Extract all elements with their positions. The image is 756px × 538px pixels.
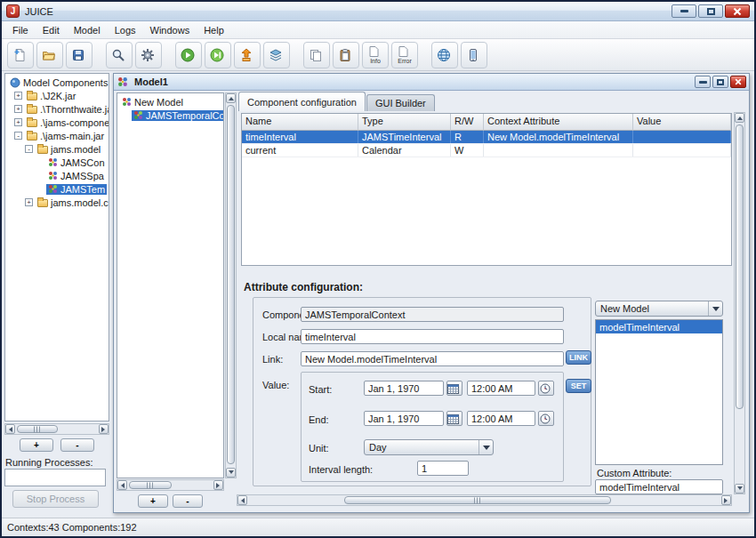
menu-model[interactable]: Model xyxy=(67,22,108,38)
scroll-up-button[interactable] xyxy=(226,93,236,103)
table-row-timeinterval[interactable]: timeInterval JAMSTimeInterval R New Mode… xyxy=(242,131,731,144)
tree-item-jamsspa[interactable]: JAMSSpa xyxy=(5,169,109,182)
tree-root-model-components[interactable]: Model Components xyxy=(5,76,109,89)
scroll-right-button[interactable] xyxy=(99,424,109,434)
model-tree-hscrollbar[interactable] xyxy=(117,479,224,491)
column-header-context-attribute[interactable]: Context Attribute xyxy=(484,114,633,131)
scroll-left-button[interactable] xyxy=(117,480,127,490)
scroll-up-button[interactable] xyxy=(735,113,744,123)
scroll-down-button[interactable] xyxy=(226,468,236,478)
tree-item-thornthwaite-jar[interactable]: + .\Thornthwaite.ja xyxy=(5,102,109,116)
model-add-button[interactable]: + xyxy=(138,494,168,508)
expand-handle-icon[interactable]: + xyxy=(14,92,22,100)
context-combobox[interactable]: New Model xyxy=(595,301,723,317)
column-header-type[interactable]: Type xyxy=(358,114,451,131)
stop-process-button[interactable]: Stop Process xyxy=(12,490,99,508)
toolbar-web-button[interactable] xyxy=(431,42,458,68)
toolbar-error-button[interactable]: Error xyxy=(391,42,418,68)
menu-file[interactable]: File xyxy=(5,22,36,38)
tree-item-new-model[interactable]: New Model xyxy=(117,95,223,108)
end-time-field[interactable] xyxy=(467,411,535,426)
running-processes-list[interactable] xyxy=(4,469,106,486)
toolbar-run-step-button[interactable] xyxy=(205,42,231,68)
start-calendar-button[interactable] xyxy=(446,381,462,396)
tab-component-configuration[interactable]: Component configuration xyxy=(238,92,366,111)
column-header-value[interactable]: Value xyxy=(633,114,731,131)
local-name-field[interactable] xyxy=(301,329,564,344)
unit-combobox[interactable]: Day xyxy=(364,439,494,455)
scrollbar-thumb[interactable] xyxy=(736,124,744,409)
toolbar-info-button[interactable]: Info xyxy=(362,42,389,68)
tree-item-jams-model-c[interactable]: + jams.model.c xyxy=(5,196,109,209)
scroll-right-button[interactable] xyxy=(721,495,731,505)
scrollbar-thumb[interactable] xyxy=(344,496,611,504)
close-button[interactable] xyxy=(725,4,750,18)
maximize-button[interactable] xyxy=(698,4,723,18)
start-time-field[interactable] xyxy=(467,381,535,396)
list-item-modeltimeinterval[interactable]: modelTimeInterval xyxy=(596,320,722,333)
toolbar-model-button[interactable] xyxy=(263,42,290,68)
model-remove-button[interactable]: - xyxy=(173,494,203,508)
model1-titlebar[interactable]: Model1 xyxy=(114,74,749,91)
tree-item-j2k-jar[interactable]: + .\J2K.jar xyxy=(5,89,109,102)
scroll-down-button[interactable] xyxy=(735,484,744,494)
column-header-name[interactable]: Name xyxy=(242,114,358,131)
config-vscrollbar[interactable] xyxy=(734,112,745,494)
toolbar-new-button[interactable] xyxy=(7,42,34,68)
scrollbar-thumb[interactable] xyxy=(227,105,235,464)
tree-item-jams-main-jar[interactable]: - .\jams-main.jar xyxy=(5,129,109,142)
collapse-handle-icon[interactable]: - xyxy=(25,145,33,153)
menu-logs[interactable]: Logs xyxy=(108,22,143,38)
config-hscrollbar[interactable] xyxy=(237,494,732,506)
frame-maximize-button[interactable] xyxy=(712,76,728,88)
menu-windows[interactable]: Windows xyxy=(143,22,197,38)
start-date-field[interactable] xyxy=(364,381,444,396)
set-button[interactable]: SET xyxy=(566,379,591,393)
toolbar-open-button[interactable] xyxy=(36,42,63,68)
component-remove-button[interactable]: - xyxy=(60,438,94,452)
scrollbar-thumb[interactable] xyxy=(129,481,172,489)
start-clock-button[interactable] xyxy=(538,381,554,396)
toolbar-save-button[interactable] xyxy=(66,42,92,68)
menu-edit[interactable]: Edit xyxy=(36,22,67,38)
minimize-button[interactable] xyxy=(672,4,696,18)
table-row-current[interactable]: current Calendar W xyxy=(242,144,731,157)
custom-attribute-field[interactable] xyxy=(595,479,723,494)
toolbar-device-button[interactable] xyxy=(461,42,487,68)
tree-item-jams-model[interactable]: - jams.model xyxy=(5,142,109,156)
expand-handle-icon[interactable]: + xyxy=(14,105,22,113)
interval-length-field[interactable] xyxy=(417,461,469,476)
toolbar-copy-button[interactable] xyxy=(303,42,330,68)
scroll-left-button[interactable] xyxy=(237,495,247,505)
scrollbar-thumb[interactable] xyxy=(17,425,58,433)
component-field[interactable] xyxy=(301,307,564,322)
combo-arrow[interactable] xyxy=(479,440,493,454)
link-button[interactable]: LINK xyxy=(566,350,591,365)
tree-item-jamstemporalcontext[interactable]: JAMSTemporalContext xyxy=(117,108,223,122)
tab-gui-builder[interactable]: GUI Builder xyxy=(366,94,435,111)
titlebar[interactable]: J JUICE xyxy=(2,2,754,21)
end-date-field[interactable] xyxy=(364,411,444,426)
tree-item-jams-components-jar[interactable]: + .\jams-componen xyxy=(5,116,109,129)
toolbar-package-button[interactable] xyxy=(234,42,261,68)
expand-handle-icon[interactable]: + xyxy=(14,118,22,126)
collapse-handle-icon[interactable]: - xyxy=(14,132,22,140)
toolbar-paste-button[interactable] xyxy=(333,42,359,68)
menu-help[interactable]: Help xyxy=(197,22,231,38)
end-clock-button[interactable] xyxy=(538,411,554,426)
frame-minimize-button[interactable] xyxy=(695,76,711,88)
components-tree-hscrollbar[interactable] xyxy=(4,423,109,435)
model-tree-vscrollbar[interactable] xyxy=(225,92,237,478)
frame-close-button[interactable] xyxy=(730,76,746,88)
link-field[interactable] xyxy=(301,351,564,366)
combo-arrow[interactable] xyxy=(708,301,722,316)
expand-handle-icon[interactable]: + xyxy=(25,198,33,206)
component-add-button[interactable]: + xyxy=(20,438,53,452)
scroll-left-button[interactable] xyxy=(5,424,15,434)
toolbar-run-button[interactable] xyxy=(175,42,202,68)
end-calendar-button[interactable] xyxy=(446,411,462,426)
tree-item-jamscon[interactable]: JAMSCon xyxy=(5,156,109,169)
toolbar-search-button[interactable] xyxy=(106,42,133,68)
column-header-rw[interactable]: R/W xyxy=(451,114,484,131)
tree-item-jamstem-selected[interactable]: JAMSTem xyxy=(5,182,109,196)
